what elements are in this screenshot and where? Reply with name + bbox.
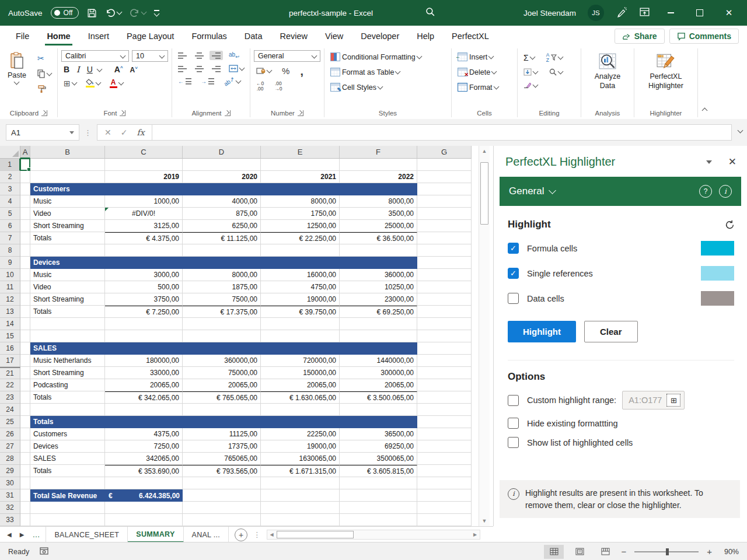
row-header-28[interactable]: 28 [0, 453, 20, 465]
merge-center-dropdown[interactable] [239, 65, 245, 71]
cell-F17[interactable]: 1440000,00 [340, 355, 417, 367]
section-header-devices[interactable]: Devices [30, 257, 417, 269]
single-references-color-swatch[interactable] [701, 266, 734, 281]
cell-D28[interactable]: 765065,00 [183, 453, 261, 465]
delete-cells-button[interactable]: ✕ Delete [455, 66, 514, 78]
cell-E21[interactable]: 150000,00 [261, 367, 340, 379]
cell-E33[interactable] [261, 514, 340, 526]
cell-C30[interactable] [105, 477, 183, 489]
cell-D1[interactable] [183, 159, 261, 171]
cell-G22[interactable] [417, 379, 472, 391]
row-header-5[interactable]: 5 [0, 208, 20, 220]
cell-G12[interactable] [417, 293, 472, 306]
cell-B4[interactable]: Music [30, 195, 105, 208]
cell-E22[interactable]: 20065,00 [261, 379, 340, 391]
cell-G11[interactable] [417, 281, 472, 293]
cell-G30[interactable] [417, 477, 472, 489]
cell-D12[interactable]: 7500,00 [183, 293, 261, 306]
vertical-scrollbar[interactable]: ▲ ▼ [479, 146, 490, 526]
cell-A1[interactable] [20, 159, 30, 171]
cell-E8[interactable] [261, 244, 340, 257]
cell-A9[interactable] [20, 257, 30, 269]
cell-E26[interactable]: 22250,00 [261, 428, 340, 440]
sheet-nav-ellipsis[interactable]: … [32, 530, 40, 539]
cell-D5[interactable]: 875,00 [183, 208, 261, 220]
section-header-totals[interactable]: Totals [30, 416, 417, 428]
tab-insert[interactable]: Insert [79, 27, 118, 45]
minimize-button[interactable] [662, 12, 679, 13]
tab-developer[interactable]: Developer [352, 27, 408, 45]
row-header-8[interactable]: 8 [0, 244, 20, 257]
row-header-13[interactable]: 13 [0, 306, 20, 318]
bold-button[interactable]: B [61, 65, 72, 74]
align-center-button[interactable] [193, 64, 206, 74]
cell-C10[interactable]: 3000,00 [105, 269, 183, 281]
format-cells-button[interactable]: Format [455, 82, 514, 93]
cell-A13[interactable] [20, 306, 30, 318]
column-header-B[interactable]: B [30, 146, 105, 159]
fill-dropdown[interactable] [533, 69, 539, 75]
cell-F23[interactable]: € 3.500.065,00 [340, 391, 417, 404]
cell-B30[interactable] [30, 477, 105, 489]
percent-style-button[interactable]: % [280, 65, 292, 77]
cell-C15[interactable] [105, 330, 183, 342]
cell-F27[interactable]: 69250,00 [340, 440, 417, 453]
cell-A17[interactable] [20, 355, 30, 367]
cell-A23[interactable] [20, 391, 30, 404]
row-header-22[interactable]: 22 [0, 379, 20, 391]
fill-color-button[interactable] [83, 78, 103, 89]
format-as-table-button[interactable]: Format as Table [328, 66, 448, 78]
save-button[interactable] [87, 8, 97, 18]
autosave-toggle[interactable]: Off [51, 7, 79, 19]
cell-G6[interactable] [417, 220, 472, 232]
cell-G21[interactable] [417, 367, 472, 379]
cell-B1[interactable] [30, 159, 105, 171]
select-all-corner[interactable] [0, 146, 20, 159]
row-header-3[interactable]: 3 [0, 183, 20, 195]
cell-G16[interactable] [417, 342, 472, 355]
find-select-dropdown[interactable] [558, 69, 564, 75]
cell-F26[interactable]: 36500,00 [340, 428, 417, 440]
top-align-button[interactable] [176, 51, 189, 60]
decrease-indent-button[interactable]: ← [176, 76, 194, 86]
row-header-1[interactable]: 1 [0, 159, 20, 171]
highlighter-pen-icon[interactable] [616, 6, 627, 20]
row-header-12[interactable]: 12 [0, 293, 20, 306]
cell-E29[interactable]: € 1.671.315,00 [261, 465, 340, 477]
normal-view-button[interactable] [544, 545, 564, 559]
cell-G29[interactable] [417, 465, 472, 477]
cell-E32[interactable] [261, 502, 340, 514]
formula-input[interactable] [152, 124, 732, 141]
scroll-up-arrow[interactable]: ▲ [482, 146, 487, 156]
autosum-dropdown[interactable] [529, 54, 535, 60]
reset-icon[interactable] [725, 220, 734, 229]
row-header-25[interactable]: 25 [0, 416, 20, 428]
cell-E4[interactable]: 8000,00 [261, 195, 340, 208]
number-format-select[interactable]: General [254, 50, 320, 62]
cell-D17[interactable]: 360000,00 [183, 355, 261, 367]
cell-A2[interactable] [20, 171, 30, 183]
decrease-decimal-button[interactable]: .00 →0 [272, 80, 284, 93]
paste-dropdown[interactable] [14, 79, 20, 85]
increase-decimal-button[interactable]: ←0 .00 [254, 80, 266, 93]
increase-font-size-button[interactable]: A˄ [112, 65, 125, 74]
cell-G3[interactable] [417, 183, 472, 195]
cell-F30[interactable] [340, 477, 417, 489]
page-layout-view-button[interactable] [570, 545, 589, 559]
borders-button[interactable]: ⊞ [61, 78, 79, 89]
cell-B7[interactable]: Totals [30, 232, 105, 244]
cell-F28[interactable]: 3500065,00 [340, 453, 417, 465]
expand-formula-bar-icon[interactable] [738, 128, 743, 134]
cell-E24[interactable] [261, 404, 340, 416]
formula-cells-checkbox[interactable]: ✓ [508, 243, 519, 254]
format-as-table-dropdown[interactable] [395, 69, 401, 75]
cell-C29[interactable]: € 353.690,00 [105, 465, 183, 477]
row-header-11[interactable]: 11 [0, 281, 20, 293]
panel-close-icon[interactable]: ✕ [728, 156, 736, 168]
cell-D6[interactable]: 6250,00 [183, 220, 261, 232]
borders-dropdown[interactable] [71, 80, 77, 86]
wrap-text-button[interactable]: ab↩ [226, 50, 242, 61]
font-size-select[interactable]: 10 [132, 50, 168, 62]
cell-G26[interactable] [417, 428, 472, 440]
macro-record-icon[interactable] [40, 547, 50, 557]
